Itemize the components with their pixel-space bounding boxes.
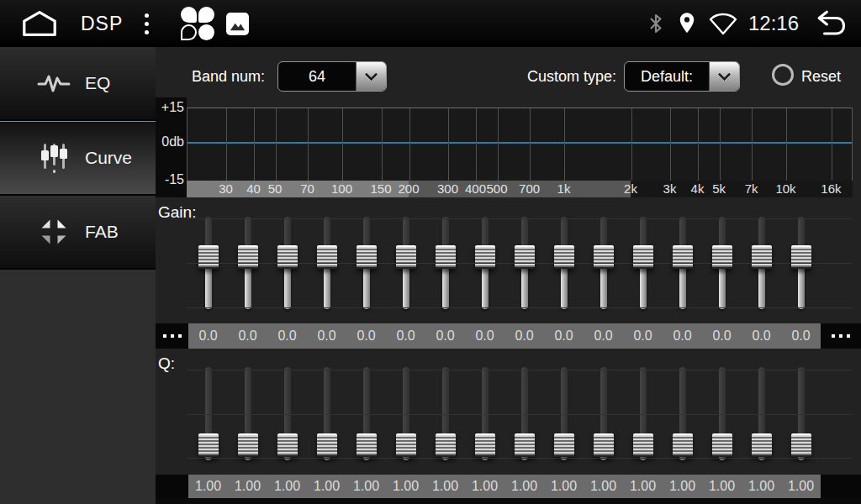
slider-thumb[interactable] xyxy=(317,245,337,269)
gridline xyxy=(631,108,632,181)
back-return-icon[interactable] xyxy=(811,8,849,39)
slider-thumb[interactable] xyxy=(357,433,377,457)
frequency-axis: 304050701001502003004005007001k2k3k4k5k7… xyxy=(187,181,853,197)
slider-thumb[interactable] xyxy=(633,245,653,269)
slider-thumb[interactable] xyxy=(436,433,456,457)
chevron-down-icon[interactable] xyxy=(709,62,739,91)
sidebar-item-fab[interactable]: FAB xyxy=(0,196,156,270)
slider-thumb[interactable] xyxy=(594,245,614,269)
q-value-3: 1.00 xyxy=(274,479,300,494)
slider-thumb[interactable] xyxy=(238,245,258,269)
graph-y-label: 0db xyxy=(161,134,184,150)
custom-type-dropdown[interactable]: Default: xyxy=(624,61,740,92)
frequency-tick-label: 100 xyxy=(331,181,352,197)
curve-panel: Band num: 64 Custom type: Default: Reset… xyxy=(156,47,861,504)
slider-thumb[interactable] xyxy=(554,245,574,269)
slider-thumb[interactable] xyxy=(554,433,574,457)
top-status-bar: DSP 12:16 xyxy=(0,0,861,47)
wifi-icon xyxy=(708,11,738,36)
frequency-tick-label: 70 xyxy=(300,181,314,197)
sidebar-item-label: EQ xyxy=(85,73,110,93)
bluetooth-icon xyxy=(647,12,664,35)
slider-thumb[interactable] xyxy=(712,433,732,457)
q-value-2: 1.00 xyxy=(235,479,261,494)
gridline xyxy=(720,108,721,181)
slider-thumb[interactable] xyxy=(317,433,337,457)
gallery-photo-icon[interactable] xyxy=(226,13,249,35)
band-num-dropdown[interactable]: 64 xyxy=(277,61,387,92)
gain-page-right-button[interactable] xyxy=(821,323,861,349)
slider-thumb[interactable] xyxy=(633,433,653,457)
gain-page-left-button[interactable] xyxy=(156,323,188,349)
frequency-tick-label: 4k xyxy=(691,181,705,197)
gain-value-14: 0.0 xyxy=(712,328,731,344)
slider-thumb[interactable] xyxy=(475,433,495,457)
frequency-tick-label: 300 xyxy=(437,181,458,197)
clock: 12:16 xyxy=(748,12,799,35)
slider-ref-line xyxy=(187,370,853,370)
slider-thumb[interactable] xyxy=(396,433,416,457)
frequency-tick-label: 2k xyxy=(624,181,637,197)
home-icon[interactable] xyxy=(20,8,59,39)
slider-thumb[interactable] xyxy=(791,433,811,457)
q-value-15: 1.00 xyxy=(748,479,774,494)
slider-thumb[interactable] xyxy=(752,433,772,457)
faders-icon xyxy=(37,142,71,174)
gridline xyxy=(226,108,227,181)
slider-thumb[interactable] xyxy=(436,245,456,269)
q-row-right-spacer xyxy=(821,475,861,498)
frequency-tick-label: 10k xyxy=(775,181,795,197)
gain-value-row: 0.00.00.00.00.00.00.00.00.00.00.00.00.00… xyxy=(156,323,861,349)
slider-thumb[interactable] xyxy=(198,245,219,269)
slider-thumb[interactable] xyxy=(515,433,535,457)
reset-radio[interactable] xyxy=(772,64,794,86)
gridline xyxy=(476,108,477,181)
gridline xyxy=(308,108,309,181)
slider-thumb[interactable] xyxy=(791,245,811,269)
chevron-down-icon[interactable] xyxy=(356,62,386,91)
gridline xyxy=(698,108,699,181)
slider-thumb[interactable] xyxy=(238,433,258,457)
slider-thumb[interactable] xyxy=(673,433,693,457)
gain-value-12: 0.0 xyxy=(633,328,652,344)
gridline xyxy=(448,108,449,181)
gridline xyxy=(254,108,255,181)
frequency-tick-label: 1k xyxy=(557,181,571,197)
slider-thumb[interactable] xyxy=(594,433,614,457)
mountain-glyph xyxy=(228,16,247,35)
graph-y-label: +15 xyxy=(161,100,184,115)
slider-thumb[interactable] xyxy=(357,245,377,269)
slider-thumb[interactable] xyxy=(277,433,298,457)
slider-thumb[interactable] xyxy=(475,245,495,269)
q-value-1: 1.00 xyxy=(195,479,221,494)
q-value-9: 1.00 xyxy=(511,479,537,494)
sidebar-item-curve[interactable]: Curve xyxy=(0,121,156,196)
gridline xyxy=(670,108,671,181)
menu-kebab-icon[interactable] xyxy=(141,10,152,38)
q-label: Q: xyxy=(158,354,175,373)
reset-label: Reset xyxy=(801,68,841,86)
gridline xyxy=(530,108,531,181)
slider-thumb[interactable] xyxy=(752,245,772,269)
slider-thumb[interactable] xyxy=(277,245,298,269)
gridline xyxy=(382,108,383,181)
apps-clover-icon[interactable] xyxy=(181,7,214,40)
sidebar-item-eq[interactable]: EQ xyxy=(0,47,156,121)
q-value-11: 1.00 xyxy=(590,479,616,494)
gridline xyxy=(342,108,343,181)
slider-thumb[interactable] xyxy=(198,433,219,457)
gridline xyxy=(409,108,410,181)
graph-y-label: -15 xyxy=(165,172,184,187)
slider-thumb[interactable] xyxy=(673,245,693,269)
fab-arrows-icon xyxy=(37,216,71,248)
slider-ref-line xyxy=(187,458,853,459)
slider-thumb[interactable] xyxy=(712,245,732,269)
gain-value-10: 0.0 xyxy=(554,328,573,344)
gridline xyxy=(276,108,277,181)
custom-type-value: Default: xyxy=(625,62,709,91)
slider-thumb[interactable] xyxy=(396,245,416,269)
q-value-7: 1.00 xyxy=(432,479,458,494)
gain-value-1: 0.0 xyxy=(198,328,217,344)
gain-value-8: 0.0 xyxy=(475,328,494,344)
slider-thumb[interactable] xyxy=(515,245,535,269)
